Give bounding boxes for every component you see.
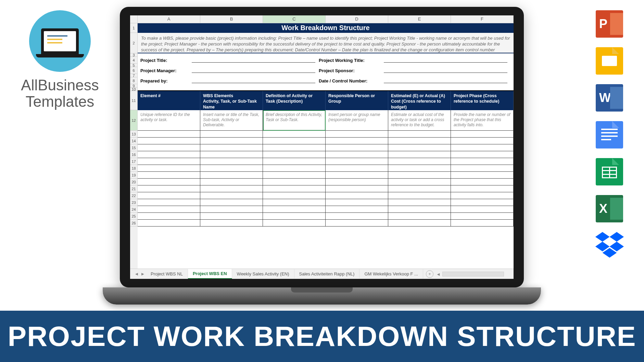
dropbox-icon	[595, 232, 624, 258]
word-icon: W	[596, 84, 623, 112]
laptop-mockup: A B C D E F 1 2 3 4 5 6 7	[120, 7, 524, 305]
hint-cost[interactable]: Estimate or actual cost of the activity …	[388, 110, 451, 131]
label-prepared-by: Prepared by:	[140, 78, 188, 83]
tab-project-wbs-nl[interactable]: Project WBS NL	[146, 269, 188, 279]
label-project-title: Project Title:	[140, 58, 188, 63]
th-phase: Project Phase (Cross reference to schedu…	[451, 91, 514, 110]
row-num[interactable]: 25	[130, 213, 138, 220]
label-project-manager: Project Manager:	[140, 68, 188, 73]
tab-prev-icon[interactable]: ◄	[134, 271, 140, 277]
sheet-tabs: ◄ ► Project WBS NL Project WBS EN Weekly…	[130, 269, 514, 279]
row-num[interactable]: 3	[130, 53, 138, 57]
table-row[interactable]	[138, 179, 514, 185]
powerpoint-icon: P	[596, 10, 623, 38]
logo-text: AllBusiness Templates	[21, 77, 99, 110]
input-date-control[interactable]	[384, 78, 507, 83]
row-num[interactable]: 16	[130, 151, 138, 158]
input-project-manager[interactable]	[192, 68, 315, 73]
tab-gm-wekelijks[interactable]: GM Wekelijks Verkoop F ...	[359, 269, 423, 279]
label-working-title: Project Working Title:	[319, 58, 380, 63]
hint-responsible[interactable]: Insert person or group name (responsible…	[326, 110, 388, 131]
table-row[interactable]	[138, 131, 514, 138]
google-docs-icon	[596, 121, 623, 148]
tab-project-wbs-en[interactable]: Project WBS EN	[188, 269, 232, 279]
row-num[interactable]: 18	[130, 165, 138, 172]
input-working-title[interactable]	[384, 58, 507, 63]
row-num[interactable]: 6	[130, 67, 138, 74]
table-row[interactable]	[138, 213, 514, 220]
table-row[interactable]	[138, 199, 514, 206]
table-row[interactable]	[138, 165, 514, 172]
hint-row: Unique reference ID for the activity or …	[138, 110, 514, 131]
table-row[interactable]	[138, 206, 514, 213]
hint-element[interactable]: Unique reference ID for the activity or …	[138, 110, 200, 131]
row-num[interactable]: 17	[130, 158, 138, 165]
scroll-left-icon[interactable]: ◄	[436, 272, 441, 276]
row-num[interactable]: 24	[130, 206, 138, 213]
col-header-c[interactable]: C	[263, 15, 326, 23]
table-row[interactable]	[138, 172, 514, 179]
brand-logo: AllBusiness Templates	[21, 10, 99, 110]
table-row[interactable]	[138, 151, 514, 158]
google-sheets-icon	[596, 158, 623, 185]
app-icons: P W X	[594, 10, 625, 258]
row-num[interactable]: 20	[130, 179, 138, 185]
column-headers: A B C D E F	[130, 15, 514, 23]
spreadsheet: A B C D E F 1 2 3 4 5 6 7	[130, 15, 514, 279]
row-numbers: 1 2 3 4 5 6 7 8 9 10 11 12 13 14	[130, 23, 138, 269]
th-definition: Definition of Activity or Task (Descript…	[263, 91, 326, 110]
row-num[interactable]: 11	[130, 91, 138, 110]
table-row[interactable]	[138, 185, 514, 192]
row-num[interactable]: 26	[130, 220, 138, 227]
col-header-f[interactable]: F	[451, 15, 514, 23]
row-num[interactable]: 23	[130, 199, 138, 206]
row-num[interactable]: 7	[130, 74, 138, 77]
excel-icon: X	[596, 195, 623, 222]
bottom-banner: PROJECT WORK BREAKDOWN STRUCTURE	[0, 311, 644, 362]
th-responsible: Responsible Person or Group	[326, 91, 388, 110]
row-num[interactable]: 1	[130, 23, 138, 33]
table-row[interactable]	[138, 192, 514, 199]
tab-next-icon[interactable]: ►	[140, 271, 146, 277]
instructions: To make a WBS, please provide basic (pro…	[138, 33, 514, 53]
add-sheet-button[interactable]: +	[426, 270, 433, 278]
tab-weekly-sales-en[interactable]: Weekly Sales Activity (EN)	[232, 269, 294, 279]
row-num[interactable]: 14	[130, 138, 138, 144]
row-num[interactable]: 15	[130, 144, 138, 151]
row-num[interactable]: 12	[130, 110, 138, 131]
row-num[interactable]: 4	[130, 57, 138, 64]
col-header-e[interactable]: E	[388, 15, 451, 23]
input-project-title[interactable]	[192, 58, 315, 63]
th-element: Element #	[138, 91, 200, 110]
label-date-control: Date / Control Number:	[319, 78, 380, 83]
row-num[interactable]: 22	[130, 192, 138, 199]
sheet-title: Work Breakdown Structure	[138, 23, 514, 33]
table-row[interactable]	[138, 144, 514, 151]
row-num[interactable]: 10	[130, 88, 138, 91]
th-cost: Estimated (E) or Actual (A) Cost (Cross …	[388, 91, 451, 110]
input-project-sponsor[interactable]	[384, 68, 507, 73]
col-header-b[interactable]: B	[200, 15, 263, 23]
col-header-d[interactable]: D	[326, 15, 388, 23]
input-prepared-by[interactable]	[192, 78, 315, 83]
row-num[interactable]: 8	[130, 77, 138, 84]
row-num[interactable]: 21	[130, 185, 138, 192]
table-row[interactable]	[138, 138, 514, 144]
hint-definition[interactable]: Brief description of this Activity, Task…	[263, 110, 326, 131]
table-row[interactable]	[138, 158, 514, 165]
row-num[interactable]: 13	[130, 131, 138, 138]
col-header-a[interactable]: A	[138, 15, 200, 23]
table-header: Element # WBS Elements Activity, Task, o…	[138, 91, 514, 110]
laptop-icon	[41, 28, 79, 54]
label-project-sponsor: Project Sponsor:	[319, 68, 380, 73]
table-row[interactable]	[138, 220, 514, 227]
google-slides-icon	[596, 47, 623, 75]
hint-phase[interactable]: Provide the name or number of the Projec…	[451, 110, 514, 131]
row-num[interactable]: 5	[130, 64, 138, 67]
hint-wbs[interactable]: Insert name or title of the Task, Sub-ta…	[200, 110, 263, 131]
row-num[interactable]: 2	[130, 33, 138, 53]
logo-circle	[29, 10, 91, 72]
horizontal-scrollbar[interactable]	[442, 272, 504, 276]
tab-sales-activiteiten-nl[interactable]: Sales Activiteiten Rapp (NL)	[294, 269, 360, 279]
row-num[interactable]: 19	[130, 172, 138, 179]
